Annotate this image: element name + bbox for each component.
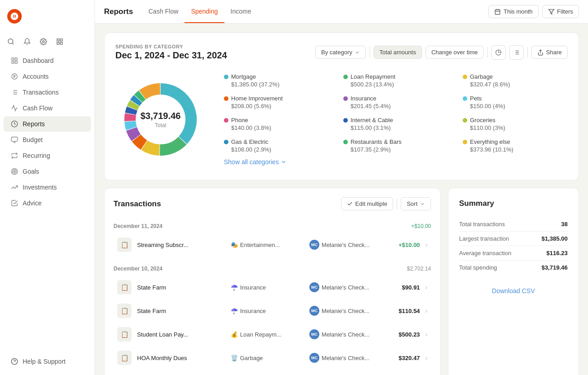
chevron-right-icon: ›: [425, 354, 427, 361]
date-header: December 10, 2024 $2,702.14: [114, 264, 431, 274]
table-row[interactable]: 📋 State Farm ☂️ Insurance MC Melanie's C…: [114, 275, 431, 299]
table-row[interactable]: 📋 Streaming Subscr... 🎭 Entertainmen... …: [114, 233, 431, 256]
summary-row: Average transaction $116.23: [459, 246, 568, 261]
show-all-categories[interactable]: Show all categories: [224, 158, 568, 166]
txn-name: HOA Monthly Dues: [137, 355, 225, 361]
legend-name: Internet & Cable: [343, 117, 448, 123]
sidebar-item-budget[interactable]: Budget: [4, 132, 91, 147]
txn-amount: $320.47: [388, 355, 420, 361]
summary-row: Largest transaction $1,385.00: [459, 232, 568, 246]
sidebar-item-label: Investments: [23, 184, 57, 191]
txn-icon: 📋: [117, 237, 132, 252]
legend-dot: [463, 96, 467, 101]
legend-value: $1,385.00 (37.2%): [224, 81, 329, 88]
filters-label: Filters: [557, 8, 573, 15]
svg-line-1: [12, 43, 14, 44]
legend-dot: [224, 96, 228, 101]
chart-area: $3,719.46 Total Mortgage $1,385.00 (37.2…: [115, 70, 568, 169]
change-over-time-button[interactable]: Change over time: [426, 46, 484, 59]
sidebar-item-label: Cash Flow: [23, 104, 52, 112]
summary-value: $116.23: [546, 250, 568, 256]
sidebar-item-transactions[interactable]: Transactions: [4, 85, 91, 100]
download-csv-button[interactable]: Download CSV: [459, 284, 568, 298]
date-label: December 10, 2024: [114, 266, 162, 272]
sidebar-item-accounts[interactable]: Accounts: [4, 69, 91, 84]
summary-card: Summary Total transactions 38 Largest tr…: [448, 188, 579, 375]
filters-button[interactable]: Filters: [542, 5, 579, 18]
sidebar-item-reports[interactable]: Reports: [4, 116, 91, 132]
table-row[interactable]: 📋 HOA Monthly Dues 🗑️ Garbage MC Melanie…: [114, 346, 431, 370]
legend-name: Mortgage: [224, 73, 329, 80]
table-row[interactable]: 📋 Student Loan Pay... 💰 Loan Repaym... M…: [114, 323, 431, 346]
edit-multiple-button[interactable]: Edit multiple: [341, 197, 393, 210]
legend-dot: [343, 96, 348, 101]
share-button[interactable]: Share: [531, 46, 568, 59]
help-support[interactable]: Help & Support: [4, 354, 91, 369]
svg-point-2: [43, 41, 44, 43]
tab-cashflow[interactable]: Cash Flow: [142, 0, 185, 23]
svg-rect-4: [60, 39, 62, 41]
sidebar-item-cashflow[interactable]: Cash Flow: [4, 100, 91, 116]
txn-name: State Farm: [137, 284, 225, 291]
date-header: December 11, 2024 +$10.00: [114, 221, 431, 231]
sidebar-item-label: Goals: [23, 168, 39, 175]
donut-center: $3,719.46 Total: [141, 111, 181, 128]
txn-category: 🗑️ Garbage: [231, 355, 304, 361]
txn-account: MC Melanie's Check...: [309, 306, 383, 316]
sidebar-item-dashboard[interactable]: Dashboard: [4, 53, 91, 68]
account-avatar: MC: [309, 306, 319, 316]
table-row[interactable]: 📋 State Farm ☂️ Insurance MC Melanie's C…: [114, 299, 431, 323]
sidebar-item-investments[interactable]: Investments: [4, 180, 91, 195]
svg-rect-5: [60, 42, 62, 44]
legend-item: Everything else $373.96 (10.1%): [463, 138, 568, 153]
legend-name: Home Improvement: [224, 95, 329, 102]
pie-chart-icon[interactable]: [491, 45, 506, 60]
legend-dot: [343, 118, 348, 123]
legend-value: $373.96 (10.1%): [463, 146, 568, 153]
legend-value: $320.47 (8.6%): [463, 81, 568, 88]
txn-icon: 📋: [117, 280, 132, 294]
layout-icon[interactable]: [52, 34, 67, 49]
sidebar-item-advice[interactable]: Advice: [4, 195, 91, 211]
sort-button[interactable]: Sort: [401, 197, 431, 210]
transactions-list: December 11, 2024 +$10.00 📋 Streaming Su…: [114, 218, 431, 373]
spending-legend: Mortgage $1,385.00 (37.2%) Loan Repaymen…: [224, 73, 568, 153]
chevron-right-icon: ›: [425, 241, 427, 248]
donut-total: $3,719.46: [141, 111, 181, 121]
main-content: Reports Cash Flow Spending Income This m…: [95, 0, 588, 375]
txn-account: MC Melanie's Check...: [309, 329, 383, 339]
summary-row: Total transactions 38: [459, 217, 568, 232]
this-month-button[interactable]: This month: [488, 5, 538, 18]
legend-dot: [224, 75, 228, 79]
svg-rect-27: [495, 9, 500, 14]
svg-rect-9: [15, 61, 17, 63]
summary-key: Largest transaction: [459, 235, 509, 242]
search-icon[interactable]: [4, 34, 18, 49]
legend-item: Insurance $201.45 (5.4%): [343, 95, 448, 109]
notifications-icon[interactable]: [20, 34, 34, 49]
summary-value: $3,719.46: [541, 264, 568, 271]
spending-date-range: Dec 1, 2024 - Dec 31, 2024: [115, 50, 227, 61]
sidebar-item-recurring[interactable]: Recurring: [4, 148, 91, 163]
sidebar-item-goals[interactable]: Goals: [4, 164, 91, 179]
summary-value: $1,385.00: [541, 235, 568, 242]
app-logo: [7, 9, 22, 24]
tab-income[interactable]: Income: [224, 0, 258, 23]
legend-value: $201.45 (5.4%): [343, 103, 448, 109]
bar-chart-icon[interactable]: [509, 45, 524, 60]
top-icon-row: [0, 31, 95, 52]
by-category-button[interactable]: By category: [315, 46, 366, 59]
sep: [397, 199, 397, 209]
sidebar: Dashboard Accounts Transactions Cash Flo…: [0, 0, 95, 375]
legend-dot: [343, 140, 348, 144]
spending-controls: By category Total amounts Change over ti…: [315, 45, 568, 60]
transactions-header: Transactions Edit multiple Sort: [114, 197, 431, 210]
legend-dot: [343, 75, 348, 79]
total-amounts-button[interactable]: Total amounts: [374, 46, 422, 59]
page-title: Reports: [104, 7, 133, 16]
legend-item: Gas & Electric $108.00 (2.9%): [224, 138, 329, 153]
settings-icon[interactable]: [36, 34, 51, 49]
separator-1: [370, 47, 370, 58]
tab-spending[interactable]: Spending: [185, 0, 224, 23]
txn-amount: $500.23: [388, 331, 420, 338]
